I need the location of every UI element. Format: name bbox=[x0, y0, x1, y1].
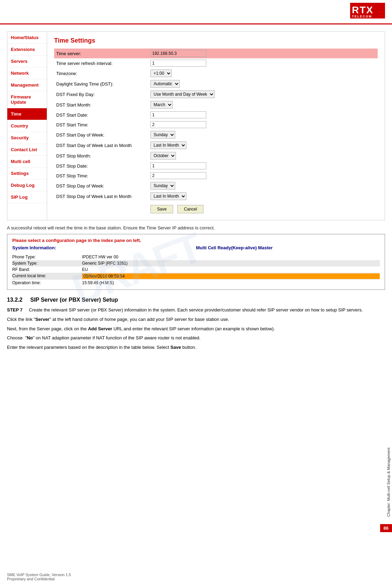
table-row: Timezone: +1:00 bbox=[54, 68, 378, 79]
info-box-instruction: Please select a configuration page in th… bbox=[12, 238, 380, 243]
cancel-button[interactable]: Cancel bbox=[177, 205, 204, 213]
info-row-operation-time: Operation time: 15:59:49 (H:M:S) bbox=[12, 280, 380, 286]
field-label: Time server refresh interval: bbox=[54, 58, 148, 68]
table-row: Save Cancel bbox=[54, 201, 378, 215]
table-row: DST Start Month: March bbox=[54, 100, 378, 110]
info-value: Generic SIP (RFC 3261) bbox=[82, 261, 380, 266]
sidebar-item-servers[interactable]: Servers bbox=[7, 56, 47, 67]
field-label: Time server: bbox=[54, 49, 148, 58]
sidebar-item-debug-log[interactable]: Debug Log bbox=[7, 179, 47, 191]
sidebar-item-settings[interactable]: Settings bbox=[7, 168, 47, 179]
step7-text4: Choose "No" on NAT adaption parameter if… bbox=[7, 335, 385, 342]
dst-start-month-select[interactable]: March bbox=[150, 101, 173, 109]
right-panel: Time Settings Time server: Time server r… bbox=[47, 31, 385, 220]
dst-fixed-select[interactable]: Use Month and Day of Week bbox=[150, 90, 215, 98]
info-row-system-type: System Type: Generic SIP (RFC 3261) bbox=[12, 260, 380, 266]
sidebar-item-multi-cell[interactable]: Multi cell bbox=[7, 156, 47, 168]
sidebar-item-sip-log[interactable]: SIP Log bbox=[7, 191, 47, 203]
main-content: Home/Status Extensions Servers Network M… bbox=[0, 24, 392, 220]
sidebar-item-contact-list[interactable]: Contact List bbox=[7, 144, 47, 156]
table-row: DST Start Day of Week Last in Month Last… bbox=[54, 140, 378, 150]
dst-start-date-input[interactable] bbox=[150, 111, 206, 118]
field-label: DST Stop Date: bbox=[54, 161, 148, 171]
table-row: Daylight Saving Time (DST): Automatic bbox=[54, 79, 378, 89]
step7-text2: Click the link "Server" at the left hand… bbox=[7, 316, 385, 323]
field-label: DST Fixed By Day: bbox=[54, 89, 148, 100]
field-label: DST Stop Time: bbox=[54, 171, 148, 181]
below-screenshot-text: A successful reboot will reset the time … bbox=[0, 220, 392, 234]
refresh-interval-input[interactable] bbox=[150, 60, 206, 67]
form-table: Time server: Time server refresh interva… bbox=[54, 49, 378, 215]
field-label: Timezone: bbox=[54, 68, 148, 79]
save-bold: Save bbox=[170, 345, 181, 350]
sidebar-item-country[interactable]: Country bbox=[7, 120, 47, 132]
field-label: DST Stop Day of Week: bbox=[54, 181, 148, 191]
info-label: System Type: bbox=[12, 261, 82, 266]
table-row: DST Stop Time: bbox=[54, 171, 378, 181]
table-row: DST Stop Day of Week Last in Month Last … bbox=[54, 191, 378, 201]
sidebar-item-home[interactable]: Home/Status bbox=[7, 32, 47, 44]
dst-stop-month-select[interactable]: October bbox=[150, 152, 176, 160]
svg-text:TELECOM: TELECOM bbox=[352, 15, 372, 18]
info-box: Please select a configuration page in th… bbox=[7, 234, 385, 290]
info-value: 15:59:49 (H:M:S) bbox=[82, 280, 380, 285]
system-info-label: System Information: bbox=[12, 245, 196, 250]
sidebar-item-firmware[interactable]: Firmware Update bbox=[7, 91, 47, 108]
table-row: DST Start Date: bbox=[54, 110, 378, 120]
panel-title: Time Settings bbox=[54, 37, 378, 44]
timezone-select[interactable]: +1:00 bbox=[150, 69, 172, 77]
table-row: DST Stop Month: October bbox=[54, 150, 378, 161]
step7-text3: Next, from the Server page, click on the… bbox=[7, 325, 385, 333]
field-label: DST Start Day of Week: bbox=[54, 130, 148, 140]
dst-select[interactable]: Automatic bbox=[150, 80, 180, 88]
table-row: DST Start Day of Week: Sunday bbox=[54, 130, 378, 140]
page-number: 86 bbox=[380, 524, 392, 532]
dst-stop-date-input[interactable] bbox=[150, 162, 206, 169]
server-bold: Server bbox=[35, 317, 49, 322]
table-row: Time server refresh interval: bbox=[54, 58, 378, 68]
footer-line1: SME VoIP System Guide, Version 1.5 bbox=[7, 573, 71, 577]
footer-line2: Proprietary and Confidential bbox=[7, 577, 71, 581]
dst-start-time-input[interactable] bbox=[150, 121, 206, 128]
dst-start-dow-select[interactable]: Sunday bbox=[150, 131, 175, 139]
table-row: DST Stop Day of Week: Sunday bbox=[54, 181, 378, 191]
field-label: Daylight Saving Time (DST): bbox=[54, 79, 148, 89]
field-label: DST Start Month: bbox=[54, 100, 148, 110]
footer: SME VoIP System Guide, Version 1.5 Propr… bbox=[7, 573, 71, 581]
sidebar-item-time[interactable]: Time bbox=[7, 108, 47, 120]
info-row-phone-type: Phone Type: IPDECT HW ver 00 bbox=[12, 254, 380, 260]
section-number: 13.2.2 bbox=[7, 297, 22, 303]
logo: RTX TELECOM bbox=[350, 3, 385, 21]
time-server-input[interactable] bbox=[150, 50, 206, 57]
sidebar-item-management[interactable]: Management bbox=[7, 79, 47, 91]
info-label: RF Band: bbox=[12, 267, 82, 272]
add-server-bold: Add Server bbox=[88, 326, 112, 331]
dst-start-last-select[interactable]: Last In Month bbox=[150, 141, 186, 149]
dst-stop-last-select[interactable]: Last In Month bbox=[150, 192, 186, 200]
info-value-highlight: 05/Nov/2010 08:59:54 bbox=[82, 273, 380, 279]
section-heading: 13.2.2 SIP Server (or PBX Server) Setup bbox=[0, 290, 392, 305]
table-row: DST Start Time: bbox=[54, 120, 378, 130]
field-label: DST Start Date: bbox=[54, 110, 148, 120]
table-row: DST Fixed By Day: Use Month and Day of W… bbox=[54, 89, 378, 100]
step-label: STEP 7 bbox=[7, 307, 23, 313]
save-button[interactable]: Save bbox=[150, 205, 173, 213]
step7-text1: Create the relevant SIP server (or PBX S… bbox=[29, 307, 363, 313]
sidebar-item-security[interactable]: Security bbox=[7, 132, 47, 144]
sidebar-item-network[interactable]: Network bbox=[7, 67, 47, 79]
dst-stop-dow-select[interactable]: Sunday bbox=[150, 182, 175, 190]
field-label: DST Start Time: bbox=[54, 120, 148, 130]
sidebar-item-extensions[interactable]: Extensions bbox=[7, 44, 47, 56]
table-row: Time server: bbox=[54, 49, 378, 58]
step7-text5: Enter the relevant parameters based on t… bbox=[7, 344, 385, 351]
dst-stop-time-input[interactable] bbox=[150, 172, 206, 179]
info-label: Phone Type: bbox=[12, 255, 82, 259]
section-title: SIP Server (or PBX Server) Setup bbox=[30, 297, 118, 303]
svg-text:RTX: RTX bbox=[352, 5, 373, 15]
info-row-local-time: Current local time: 05/Nov/2010 08:59:54 bbox=[12, 273, 380, 280]
field-label: DST Start Day of Week Last in Month bbox=[54, 140, 148, 150]
table-row: DST Stop Date: bbox=[54, 161, 378, 171]
logo-brand: RTX TELECOM bbox=[350, 3, 385, 21]
info-label: Current local time: bbox=[12, 273, 82, 279]
info-value: IPDECT HW ver 00 bbox=[82, 255, 380, 259]
